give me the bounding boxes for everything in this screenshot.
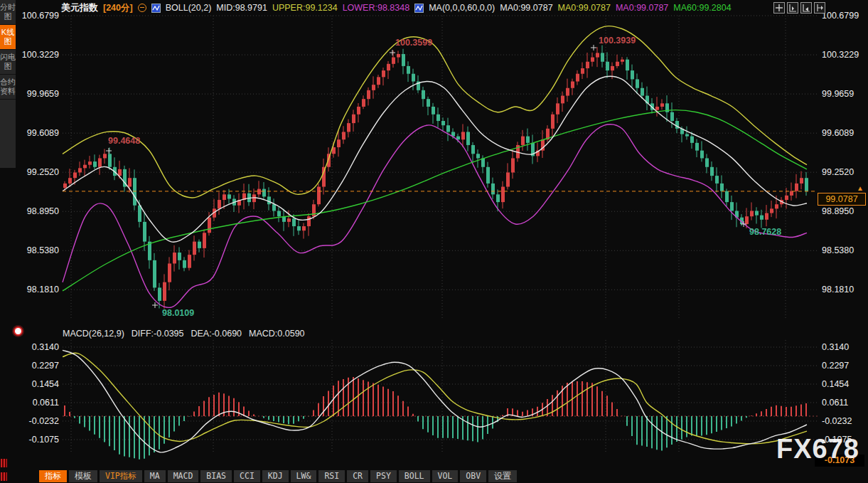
toolbar-item-模板[interactable]: 模板 <box>69 470 97 482</box>
toolbar-item-bias[interactable]: BIAS <box>200 470 232 482</box>
axis-label: 99.9659 <box>19 89 59 99</box>
axis-label: 98.8950 <box>822 206 854 216</box>
indicator-alert-icon[interactable] <box>15 328 21 334</box>
toolbar-item-macd[interactable]: MACD <box>168 470 199 482</box>
boll-mid-value: MID:98.9791 <box>216 3 267 13</box>
axis-label: -0.0232 <box>19 416 59 426</box>
axis-label: 0.1454 <box>822 379 849 389</box>
toolbar-item-vol[interactable]: VOL <box>432 470 459 482</box>
axis-label: 100.6799 <box>19 11 59 21</box>
axis-label: 100.6799 <box>822 11 859 21</box>
axis-label: 100.3229 <box>822 50 859 60</box>
toolbar-item-ma[interactable]: MA <box>144 470 166 482</box>
axis-label: 0.3140 <box>822 342 849 352</box>
zoom-vertical-icon[interactable] <box>787 2 798 14</box>
scroll-handle-icon[interactable] <box>1 459 7 467</box>
time-axis: 240分 ▲ 10/1110/2210/3111/1011/2812/06 20… <box>0 455 868 469</box>
axis-label: 99.2520 <box>822 167 854 177</box>
low-price-annotation: 98.0109 <box>162 308 194 318</box>
macd-macd-value: MACD:0.0590 <box>249 329 305 339</box>
axis-label: 98.5380 <box>19 245 59 255</box>
sidebar-tab-active[interactable]: K线图 <box>0 25 16 50</box>
current-price-badge: 99.0787 <box>818 193 866 206</box>
chart-tools <box>773 2 825 14</box>
toolbar-item-psy[interactable]: PSY <box>370 470 397 482</box>
collapse-indicator-icon[interactable] <box>138 4 146 12</box>
high-price-annotation: 100.3939 <box>599 36 636 46</box>
axis-label: 98.8950 <box>19 206 59 216</box>
chart-canvas[interactable] <box>0 0 868 483</box>
trading-chart-window: 分时图K线图闪电图合约资料 美元指数 [240分] BOLL(20,2) MID… <box>0 0 868 483</box>
zoom-horizontal-icon[interactable] <box>800 2 812 14</box>
axis-label: 0.2297 <box>19 361 59 371</box>
macd-label: MACD(26,12,9) <box>63 329 124 339</box>
axis-label: -0.0232 <box>822 416 852 426</box>
price-up-arrow-icon: ▲ <box>857 184 864 192</box>
watermark: FX678 <box>776 434 859 465</box>
chart-mode-sidebar: 分时图K线图闪电图合约资料 <box>0 0 16 168</box>
indicator-toolbar: 指标模板VIP指标MAMACDBIASCCIKDJLW&RSICRPSYBOLL… <box>39 470 517 482</box>
toolbar-item-boll[interactable]: BOLL <box>399 470 430 482</box>
axis-label: 0.2297 <box>822 361 849 371</box>
toolbar-item-obv[interactable]: OBV <box>460 470 486 482</box>
axis-label: 99.2520 <box>19 167 59 177</box>
boll-indicator-icon[interactable] <box>151 4 161 13</box>
sidebar-tab-item[interactable]: 闪电图 <box>0 50 16 75</box>
chart-header: 美元指数 [240分] BOLL(20,2) MID:98.9791 UPPER… <box>61 2 732 14</box>
boll-lower-value: LOWER:98.8348 <box>343 3 410 13</box>
toolbar-item-rsi[interactable]: RSI <box>318 470 345 482</box>
axis-label: 98.1810 <box>19 285 59 294</box>
axis-label: 0.1454 <box>19 379 59 389</box>
toolbar-item-指标[interactable]: 指标 <box>39 470 67 482</box>
axis-label: 0.0611 <box>822 398 848 408</box>
symbol-title: 美元指数 <box>61 1 98 14</box>
ma60-value: MA60:99.2804 <box>673 3 731 13</box>
toolbar-item-设置[interactable]: 设置 <box>488 470 517 482</box>
reset-view-icon[interactable] <box>773 2 785 14</box>
axis-label: 99.6089 <box>19 128 59 138</box>
toolbar-item-vip指标[interactable]: VIP指标 <box>100 470 142 482</box>
toolbar-item-lw&[interactable]: LW& <box>291 470 317 482</box>
low-price-annotation: 98.7628 <box>749 227 781 237</box>
ma0-yellow-value: MA0:99.0787 <box>558 3 611 13</box>
axis-label: -0.1075 <box>19 435 59 445</box>
toolbar-item-cci[interactable]: CCI <box>234 470 260 482</box>
toolbar-item-kdj[interactable]: KDJ <box>262 470 289 482</box>
macd-dea-value: DEA:-0.0690 <box>191 329 242 339</box>
axis-label: 98.1810 <box>822 285 854 294</box>
scroll-handle-icon[interactable] <box>1 472 7 481</box>
pan-right-icon[interactable] <box>814 2 825 14</box>
ma-label: MA(0,0,0,60,0,0) <box>429 3 495 13</box>
toolbar-item-cr[interactable]: CR <box>347 470 368 482</box>
axis-label: 100.3229 <box>19 50 59 60</box>
sidebar-tab-item[interactable]: 合约资料 <box>0 75 16 100</box>
axis-label: 99.6089 <box>822 128 854 138</box>
ma0-white-value: MA0:99.0787 <box>500 3 552 13</box>
sidebar-tab-item[interactable]: 分时图 <box>0 0 16 25</box>
axis-label: 98.5380 <box>822 245 854 255</box>
boll-upper-value: UPPER:99.1234 <box>272 3 338 13</box>
macd-header: MACD(26,12,9) DIFF:-0.0395 DEA:-0.0690 M… <box>63 329 305 339</box>
boll-label: BOLL(20,2) <box>166 3 212 13</box>
axis-label: 0.0611 <box>19 398 59 408</box>
macd-diff-value: DIFF:-0.0395 <box>132 329 184 339</box>
high-price-annotation: 100.3599 <box>395 38 432 48</box>
axis-label: 99.9659 <box>822 89 854 99</box>
high-price-annotation: 99.4648 <box>108 136 140 146</box>
ma0-magenta-value: MA0:99.0787 <box>616 3 668 13</box>
ma-indicator-icon[interactable] <box>414 4 424 13</box>
period-label: [240分] <box>103 2 133 14</box>
axis-label: 0.3140 <box>19 342 59 352</box>
